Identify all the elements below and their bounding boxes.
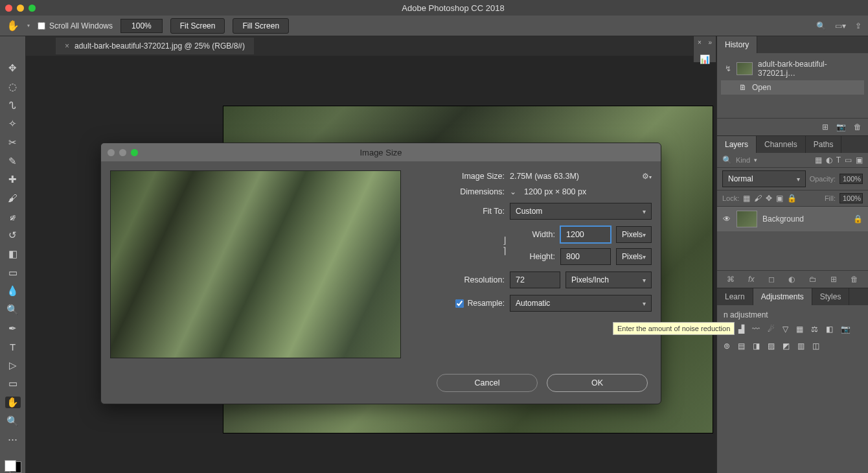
history-brush-tool[interactable]: ↺ xyxy=(5,229,21,242)
crop-tool[interactable]: ✂ xyxy=(5,137,21,149)
history-step-open[interactable]: 🗎 Open xyxy=(721,80,864,95)
channel-mixer-icon[interactable]: ⊚ xyxy=(724,341,730,351)
tool-preset-chevron-icon[interactable]: ▾ xyxy=(27,23,30,29)
zoom-level-field[interactable]: 100% xyxy=(120,19,163,33)
constrain-proportions-icon[interactable]: ⌋⌉ xyxy=(498,235,511,256)
resolution-unit-select[interactable]: Pixels/Inch ▾ xyxy=(565,271,652,288)
width-input[interactable] xyxy=(560,226,611,243)
foreground-color[interactable] xyxy=(5,460,16,472)
cancel-button[interactable]: Cancel xyxy=(437,374,538,392)
height-input[interactable] xyxy=(560,248,611,265)
layer-style-icon[interactable]: fx xyxy=(748,275,754,284)
vibrance-icon[interactable]: ▽ xyxy=(782,325,788,334)
hue-saturation-icon[interactable]: ▦ xyxy=(796,325,803,334)
document-tab[interactable]: × adult-bark-beautiful-372021.jpg @ 25% … xyxy=(56,38,254,54)
create-snapshot-icon[interactable]: 📷 xyxy=(836,122,846,132)
history-document-row[interactable]: ↯ adult-bark-beautiful-372021.j… xyxy=(721,57,864,80)
lock-artboard-icon[interactable]: ▣ xyxy=(776,194,783,203)
layer-visibility-icon[interactable]: 👁 xyxy=(722,214,731,224)
delete-state-icon[interactable]: 🗑 xyxy=(854,122,862,132)
brush-tool[interactable]: 🖌 xyxy=(5,192,21,205)
link-layers-icon[interactable]: ⌘ xyxy=(727,275,735,284)
search-icon[interactable]: 🔍 xyxy=(816,21,826,30)
gear-icon[interactable]: ⚙︎▾ xyxy=(642,172,652,181)
image-preview[interactable] xyxy=(110,170,401,358)
tab-styles[interactable]: Styles xyxy=(812,288,850,305)
layer-background[interactable]: 👁 Background 🔒 xyxy=(717,207,868,231)
lock-position-icon[interactable]: ✥ xyxy=(766,194,772,203)
marquee-tool[interactable]: ◌ xyxy=(5,81,21,93)
filter-adjustment-icon[interactable]: ◐ xyxy=(826,156,832,165)
panel-close-icon[interactable]: × xyxy=(698,39,702,46)
eyedropper-tool[interactable]: ✎ xyxy=(5,155,21,167)
rectangle-tool[interactable]: ▭ xyxy=(5,378,21,390)
layer-thumbnail[interactable] xyxy=(737,211,757,227)
photo-filter-icon[interactable]: 📷 xyxy=(841,325,851,334)
workspace-switcher-icon[interactable]: ▭▾ xyxy=(835,21,846,30)
edit-toolbar[interactable]: ⋯ xyxy=(5,433,21,446)
color-lookup-icon[interactable]: ▤ xyxy=(738,341,745,351)
close-tab-icon[interactable]: × xyxy=(65,41,69,51)
opacity-value[interactable]: 100% xyxy=(839,174,863,184)
blend-mode-select[interactable]: Normal ▾ xyxy=(722,170,806,187)
layer-lock-icon[interactable]: 🔒 xyxy=(853,214,863,224)
resample-method-select[interactable]: Automatic ▾ xyxy=(510,295,652,312)
path-selection-tool[interactable]: ▷ xyxy=(5,360,21,372)
tab-learn[interactable]: Learn xyxy=(717,288,753,305)
levels-icon[interactable]: ▟ xyxy=(738,325,744,334)
tab-paths[interactable]: Paths xyxy=(806,136,842,153)
dialog-titlebar[interactable]: Image Size xyxy=(101,143,661,161)
curves-icon[interactable]: 〰 xyxy=(752,325,760,334)
tab-layers[interactable]: Layers xyxy=(717,136,757,153)
ok-button[interactable]: OK xyxy=(547,374,648,392)
zoom-window-button[interactable] xyxy=(29,5,36,12)
pen-tool[interactable]: ✒ xyxy=(5,322,21,334)
resolution-input[interactable] xyxy=(510,271,560,288)
blur-tool[interactable]: 💧 xyxy=(5,285,21,297)
dialog-zoom-button[interactable] xyxy=(131,149,138,156)
scroll-all-checkbox[interactable] xyxy=(38,22,45,30)
gradient-tool[interactable]: ▭ xyxy=(5,266,21,279)
add-mask-icon[interactable]: ◻ xyxy=(768,275,775,284)
dodge-tool[interactable]: 🔍 xyxy=(5,304,21,316)
move-tool[interactable]: ✥ xyxy=(5,62,21,75)
filter-dropdown-icon[interactable]: ▾ xyxy=(754,157,757,163)
panel-expand-icon[interactable]: » xyxy=(708,39,712,46)
tab-channels[interactable]: Channels xyxy=(757,136,806,153)
dimensions-disclose-icon[interactable]: ⌄ xyxy=(510,187,516,196)
filter-type-icon[interactable]: T xyxy=(836,156,841,165)
resample-checkbox[interactable] xyxy=(455,299,464,308)
lock-all-icon[interactable]: 🔒 xyxy=(787,194,797,203)
color-swatches[interactable] xyxy=(5,460,21,473)
healing-brush-tool[interactable]: ✚ xyxy=(5,174,21,186)
close-window-button[interactable] xyxy=(5,5,12,12)
exposure-icon[interactable]: ☄ xyxy=(768,325,775,334)
new-layer-icon[interactable]: ⊞ xyxy=(830,275,837,284)
zoom-tool[interactable]: 🔍 xyxy=(5,415,21,427)
filter-shape-icon[interactable]: ▭ xyxy=(845,156,852,165)
fill-screen-button[interactable]: Fill Screen xyxy=(233,18,289,34)
height-unit-select[interactable]: Pixels ▾ xyxy=(616,248,652,265)
fit-screen-button[interactable]: Fit Screen xyxy=(170,18,225,34)
invert-icon[interactable]: ◨ xyxy=(753,341,760,351)
threshold-icon[interactable]: ◩ xyxy=(782,341,790,351)
share-icon[interactable]: ⇪ xyxy=(855,21,862,30)
history-brush-source-icon[interactable]: ↯ xyxy=(725,64,731,73)
tab-history[interactable]: History xyxy=(717,36,757,53)
hand-tool[interactable]: ✋ xyxy=(5,397,21,409)
minimize-window-button[interactable] xyxy=(17,5,24,12)
scroll-all-windows-option[interactable]: Scroll All Windows xyxy=(38,21,113,30)
lasso-tool[interactable]: ᔐ xyxy=(5,99,21,111)
gradient-map-icon[interactable]: ▥ xyxy=(797,341,805,351)
new-fill-adjustment-icon[interactable]: ◐ xyxy=(788,275,795,284)
new-group-icon[interactable]: 🗀 xyxy=(809,275,817,284)
tab-adjustments[interactable]: Adjustments xyxy=(753,288,812,305)
width-unit-select[interactable]: Pixels ▾ xyxy=(616,226,652,243)
quick-selection-tool[interactable]: ✧ xyxy=(5,118,21,130)
lock-transparent-icon[interactable]: ▦ xyxy=(743,194,750,203)
selective-color-icon[interactable]: ◫ xyxy=(812,341,819,351)
dialog-close-button[interactable] xyxy=(108,149,115,156)
histogram-icon[interactable]: 📊 xyxy=(700,54,710,64)
posterize-icon[interactable]: ▨ xyxy=(768,341,775,351)
create-document-from-state-icon[interactable]: ⊞ xyxy=(822,122,828,132)
